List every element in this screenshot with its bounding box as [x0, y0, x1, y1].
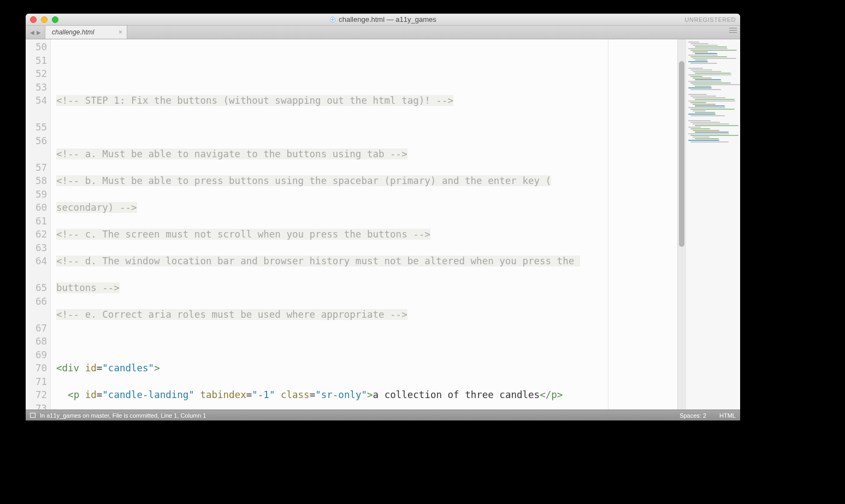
line-numbers: 5051525354 5556 5758596061626364 6566 67…: [26, 39, 51, 410]
tab-challenge[interactable]: challenge.html ×: [45, 26, 127, 39]
tab-label: challenge.html: [52, 28, 94, 36]
code-line: <!-- b. Must be able to press buttons us…: [56, 174, 686, 188]
code-line: [56, 121, 686, 134]
code-line: <p id="candle-landing" tabindex="-1" cla…: [56, 388, 686, 402]
nav-forward-icon[interactable]: ▶: [37, 29, 41, 35]
status-panel-icon[interactable]: [30, 413, 36, 418]
file-icon: [329, 16, 336, 23]
code-area[interactable]: <!-- STEP 1: Fix the buttons (without sw…: [51, 39, 686, 410]
code-line: [56, 67, 686, 81]
registration-label: UNREGISTERED: [685, 16, 736, 23]
titlebar: challenge.html — a11y_games UNREGISTERED: [26, 14, 740, 26]
status-spaces[interactable]: Spaces: 2: [679, 412, 706, 419]
scrollbar-thumb[interactable]: [679, 61, 684, 247]
tabbar: ◀ ▶ challenge.html ×: [26, 26, 740, 39]
maximize-icon[interactable]: [52, 16, 58, 23]
nav-back-icon[interactable]: ◀: [30, 29, 34, 35]
statusbar: In a11y_games on master, File is committ…: [26, 410, 740, 420]
ruler: [608, 39, 608, 410]
window-title: challenge.html — a11y_games: [26, 15, 740, 23]
svg-point-0: [330, 17, 335, 22]
status-syntax[interactable]: HTML: [719, 412, 736, 419]
status-text: In a11y_games on master, File is committ…: [40, 412, 206, 419]
minimize-icon[interactable]: [41, 16, 48, 23]
code-line: <!-- a. Must be able to navigate to the …: [56, 147, 686, 161]
code-line: <!-- STEP 1: Fix the buttons (without sw…: [56, 94, 686, 108]
close-icon[interactable]: [30, 16, 37, 23]
code-line: buttons -->: [56, 281, 686, 295]
code-line: [56, 335, 686, 348]
code-line: <!-- e. Correct aria roles must be used …: [56, 308, 686, 322]
code-line: <!-- d. The window location bar and brow…: [56, 254, 686, 268]
tab-close-icon[interactable]: ×: [119, 28, 122, 36]
editor-window: challenge.html — a11y_games UNREGISTERED…: [26, 14, 740, 420]
nav-arrows[interactable]: ◀ ▶: [26, 26, 45, 39]
code-line: <div id="candles">: [56, 361, 686, 375]
code-line: <!-- c. The screen must not scroll when …: [56, 228, 686, 241]
minimap[interactable]: [686, 39, 740, 410]
traffic-lights: [30, 16, 58, 23]
editor-area[interactable]: 5051525354 5556 5758596061626364 6566 67…: [26, 39, 740, 410]
title-suffix: — a11y_games: [385, 15, 436, 23]
code-line: secondary) -->: [56, 201, 686, 215]
menu-icon[interactable]: [729, 28, 737, 33]
title-file: challenge.html: [339, 15, 385, 23]
vertical-scrollbar[interactable]: [677, 39, 686, 410]
